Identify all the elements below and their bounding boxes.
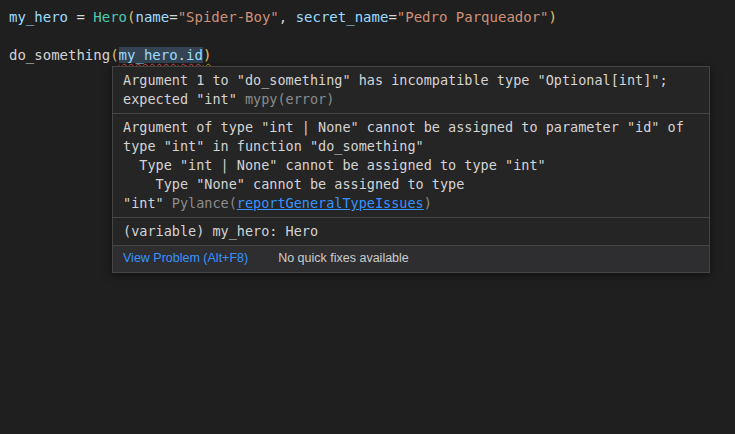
hover-text-line: type "int" in function "do_something" — [123, 137, 699, 156]
text-segment: do_something — [9, 47, 110, 63]
hover-status-bar: View Problem (Alt+F8) No quick fixes ava… — [113, 245, 709, 272]
text-segment: id — [186, 47, 203, 63]
text-segment: Argument 1 to "do_something" has incompa… — [123, 72, 668, 88]
code-line[interactable]: my_hero = Hero(name="Spider-Boy", secret… — [9, 8, 735, 27]
text-segment: Hero — [93, 9, 127, 25]
text-segment: my_hero — [9, 9, 68, 25]
symbol-info: (variable) my_hero: Hero — [113, 217, 709, 245]
hover-text-line: Type "None" cannot be assigned to type — [123, 175, 699, 194]
text-segment: "Pedro Parqueador" — [397, 9, 549, 25]
mypy-diagnostic: Argument 1 to "do_something" has incompa… — [113, 67, 709, 113]
diagnostics-hover-tooltip: Argument 1 to "do_something" has incompa… — [112, 66, 710, 273]
code-line[interactable]: do_something(my_hero.id) — [9, 46, 735, 65]
code-editor[interactable]: my_hero = Hero(name="Spider-Boy", secret… — [9, 8, 735, 65]
hover-text-line: Argument of type "int | None" cannot be … — [123, 118, 699, 137]
pylance-diagnostic: Argument of type "int | None" cannot be … — [113, 113, 709, 217]
text-segment: Type "int | None" cannot be assigned to … — [123, 157, 546, 173]
text-segment: ( — [110, 47, 118, 63]
hover-text-line: Type "int | None" cannot be assigned to … — [123, 156, 699, 175]
diagnostic-source-pylance: Pylance( — [172, 195, 237, 211]
text-segment: = — [76, 9, 84, 25]
view-problem-link[interactable]: View Problem (Alt+F8) — [123, 251, 248, 266]
text-segment: my_hero — [119, 47, 178, 63]
no-quick-fixes-label: No quick fixes available — [278, 251, 409, 266]
text-segment: type "int" in function "do_something" — [123, 138, 424, 154]
hover-text-line: Argument 1 to "do_something" has incompa… — [123, 71, 699, 90]
diagnostic-source-pylance-close: ) — [424, 195, 432, 211]
text-segment: (variable) my_hero: Hero — [123, 223, 318, 239]
text-segment: name — [135, 9, 169, 25]
text-segment: . — [178, 47, 186, 63]
diagnostic-source-mypy: mypy(error) — [245, 91, 334, 107]
text-segment: ) — [549, 9, 557, 25]
hover-text-line: (variable) my_hero: Hero — [123, 222, 699, 241]
text-segment: ) — [203, 47, 211, 63]
text-segment: expected "int" — [123, 91, 245, 107]
report-general-type-issues-link[interactable]: reportGeneralTypeIssues — [237, 195, 424, 211]
text-segment: , — [279, 9, 296, 25]
text-segment: secret_name — [296, 9, 389, 25]
code-line[interactable] — [9, 27, 735, 46]
text-segment: Type "None" cannot be assigned to type — [123, 176, 464, 192]
text-segment: = — [388, 9, 396, 25]
text-segment: "int" — [123, 195, 172, 211]
hover-text-line: "int" Pylance(reportGeneralTypeIssues) — [123, 194, 699, 213]
text-segment: Argument of type "int | None" cannot be … — [123, 119, 684, 135]
text-segment: = — [169, 9, 177, 25]
hover-text-line: expected "int" mypy(error) — [123, 90, 699, 109]
text-segment: "Spider-Boy" — [178, 9, 279, 25]
